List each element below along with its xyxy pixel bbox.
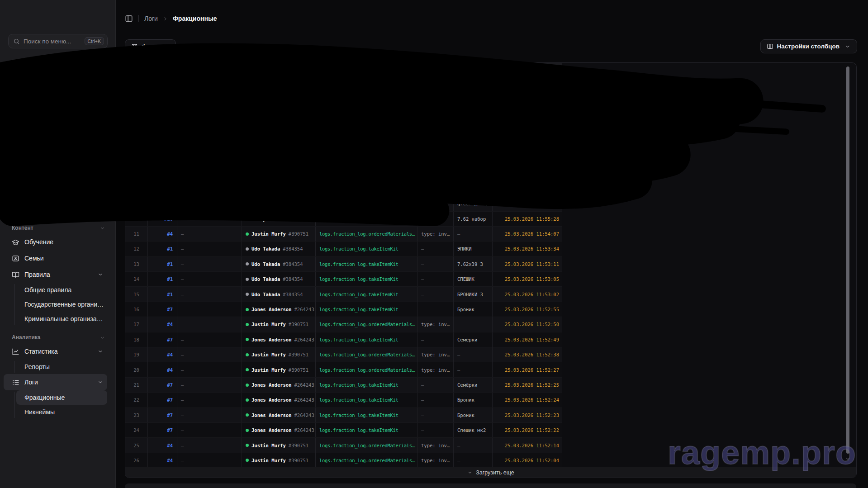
table-row[interactable]: 10#10—Husky Wiseman#289906logs.fraction_… [125,212,562,227]
table-row[interactable]: 5#10—Ded Djaret#368293logs.fraction_log.… [125,136,562,151]
table-row[interactable]: 16#7—Jones Anderson#264243logs.fraction_… [125,302,562,317]
column-header-index[interactable]: # [125,63,148,75]
table-row[interactable]: 11#4—Justin Murfy#390751logs.fraction_lo… [125,227,562,242]
table-row[interactable]: 12#1—Udo Takada#384354logs.fraction_log.… [125,242,562,256]
sidebar-section-economy[interactable]: Экономика [4,189,107,200]
table-row[interactable]: 26#4—Justin Murfy#390751logs.fraction_lo… [125,453,562,468]
cell-date: 25.03.2026 12:10:50 [493,121,562,135]
section-label: Недавние [12,59,38,65]
cell-executor: Jones Anderson#264243 [242,378,316,392]
table-row[interactable]: 22#7—Jones Anderson#264243logs.fraction_… [125,393,562,407]
column-header-type[interactable]: Тип [316,63,417,75]
column-header-args[interactable]: Аргумен… [417,63,454,75]
sidebar-item-statistics[interactable]: Статистика [4,343,107,360]
cell-executor: Udo Takada#384354 [242,242,316,256]
empty-value: — [457,231,460,237]
column-header-account[interactable]: Аккаунт [177,63,242,75]
column-header-fraction[interactable]: Фрак… [148,63,177,75]
table-row[interactable]: 2#7—Alexandro Whi…#406154logs.fraction_l… [125,90,562,105]
sidebar-subitems: ФракционныеНикнеймы [4,390,107,419]
sidebar-item-items[interactable]: Предметы [4,200,107,217]
empty-value: — [421,246,424,251]
table-row[interactable]: 25#4—Justin Murfy#390751logs.fraction_lo… [125,438,562,453]
cell-date: 25.03.2026 11:52:14 [493,438,562,452]
player-name: Udo Takada [187,171,215,176]
sidebar-item-general-rules[interactable]: Общие правила [16,283,107,297]
sidebar-item-rules[interactable]: Правила [4,266,107,283]
table-row[interactable]: 21#7—Jones Anderson#264243logs.fraction_… [125,378,562,393]
breadcrumb-section[interactable]: Логи [144,15,158,22]
cell-type: logs.fraction_log.takeItemKit [316,212,417,226]
cell-executor: Jones Anderson#264243 [242,408,316,422]
column-header-date[interactable]: Дата [493,63,562,75]
cell-index: 2 [125,90,148,105]
sidebar-section-analytics[interactable]: Аналитика [4,332,107,343]
status-dot-offline [181,187,184,190]
sidebar-section-content[interactable]: Контент [4,223,107,233]
empty-value: — [181,307,184,312]
sidebar-item-punishments[interactable]: Наказания [4,133,107,150]
table-row[interactable]: 20#4—Justin Murfy#390751logs.fraction_lo… [125,362,562,377]
sidebar-item-home[interactable]: Главная [4,85,107,101]
empty-value: — [421,382,424,388]
table-row[interactable]: 15#1—Udo Takada#384354logs.fraction_log.… [125,287,562,302]
sidebar-item-criminal-organizations[interactable]: Криминальные организа… [16,312,107,326]
sidebar-item-training[interactable]: Обучение [4,234,107,250]
chevron-down-icon [844,43,851,50]
cell-executor: Jones Anderson#264243 [242,332,316,347]
cell-reason: Броник [454,302,493,317]
sidebar-item-reports[interactable]: Репорты [16,360,107,374]
cell-fraction: #7 [148,90,177,105]
cell-fraction: #1 [148,76,177,90]
table-row[interactable]: 1#1Morty Bla…#156583Nikitka Tsarev#36502… [125,76,562,90]
table-row[interactable]: 13#1—Udo Takada#384354logs.fraction_log.… [125,257,562,272]
table-row[interactable]: 17#4—Justin Murfy#390751logs.fraction_lo… [125,317,562,332]
table-row[interactable]: 24#7—Jones Anderson#264243logs.fraction_… [125,423,562,438]
sidebar-item-penalty-points[interactable]: Штрафные баллы [4,167,107,183]
cell-reason: БРОНИКИ 3 [454,287,493,301]
table-row[interactable]: 6#1Udo Takada#384354Homa#307083logs.frac… [125,151,562,166]
load-more-button[interactable]: Загрузить еще [125,467,856,478]
sidebar-toggle-button[interactable] [125,14,133,23]
cell-date: 25.03.2026 12:11:55 [493,106,562,120]
horizontal-scrollbar-track[interactable] [125,483,856,488]
sidebar-item-label: Главная [24,89,104,96]
sidebar-item-logs[interactable]: Логи [4,374,107,390]
cell-index: 25 [125,438,148,452]
cell-index: 1 [125,76,148,90]
column-header-executor[interactable]: Выполнил [242,63,316,75]
cell-index: 7 [125,166,148,180]
cell-executor: Jones Anderson#264243 [242,302,316,317]
column-header-reason[interactable]: Причина [454,63,493,75]
cell-fraction: #10 [148,136,177,151]
cell-executor: Frame Tamir#400176 [242,121,316,135]
sidebar-item-server-commands[interactable]: Команды сервера [4,101,107,117]
sidebar-section-recent[interactable]: Недавние [4,57,107,67]
sidebar-item-state-organizations[interactable]: Государственные органи… [16,297,107,312]
sidebar-item-vacations[interactable]: Отпуска [4,117,107,133]
sidebar-section-moderation[interactable]: Модерация [4,156,107,166]
cell-fraction: #1 [148,181,177,196]
table-row[interactable]: 8#1Udo Takada#384354Homa#307083logs.frac… [125,181,562,196]
table-row[interactable]: 9#10—Husky Wiseman#289906logs.fraction_l… [125,196,562,211]
column-settings-button[interactable]: Настройки столбцов [760,39,857,53]
filters-button[interactable]: Фильтры [125,39,176,53]
table-row[interactable]: 18#7—Jones Anderson#264243logs.fraction_… [125,332,562,347]
player-id: #264243 [294,382,314,388]
table-row[interactable]: 4#4—Frame Tamir#400176logs.fraction_log.… [125,121,562,136]
table-row[interactable]: 14#1—Udo Takada#384354logs.fraction_log.… [125,272,562,287]
cell-index: 21 [125,378,148,392]
table-row[interactable]: 19#4—Justin Murfy#390751logs.fraction_lo… [125,347,562,362]
sidebar-item-families[interactable]: Семьи [4,250,107,266]
cell-executor: Udo Takada#384354 [242,257,316,271]
sidebar-item-fraction-logs[interactable]: Фракционные [16,390,107,405]
vertical-scrollbar-thumb[interactable] [846,66,849,454]
sidebar-item-nicknames[interactable]: Никнеймы [16,405,107,419]
filters-button-label: Фильтры [142,43,170,50]
search-input[interactable]: Поиск по меню... Ctrl+K [8,34,108,48]
sidebar-section-main[interactable]: Основное [4,73,107,84]
table-row[interactable]: 7#1Udo Takada#384354Homa#307083logs.frac… [125,166,562,181]
player-id: #410189 [218,110,238,116]
table-row[interactable]: 3#4Sam Dicson#410189Anchard Syrex#400469… [125,106,562,121]
table-row[interactable]: 23#7—Jones Anderson#264243logs.fraction_… [125,408,562,423]
